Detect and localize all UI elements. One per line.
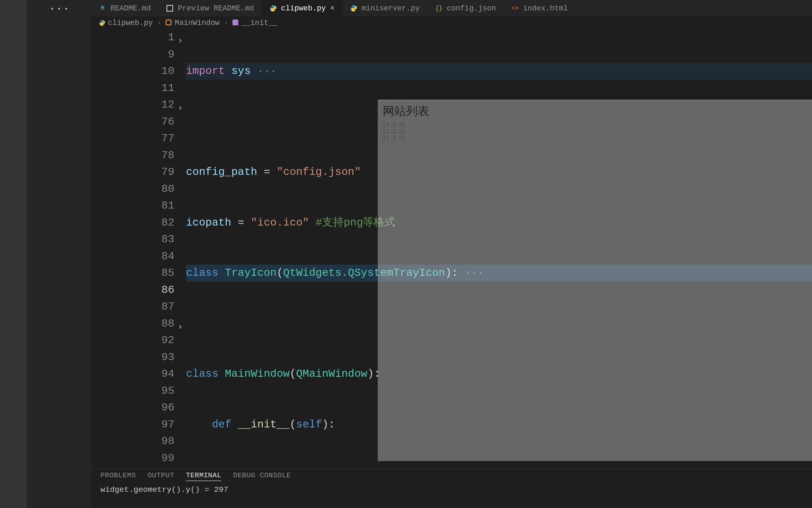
panel-tab-terminal[interactable]: TERMINAL — [186, 471, 222, 481]
line-number: 11 — [91, 80, 174, 97]
overlay-window[interactable]: 网站列表 [1,2,3] [1,2,3] [1,2,3] — [378, 100, 812, 461]
line-number: 79 — [91, 164, 174, 181]
line-number: 87 — [91, 298, 174, 315]
tab-clipweb[interactable]: clipweb.py × — [262, 0, 342, 17]
tab-bar: M README.md Preview README.md clipweb.py… — [91, 0, 812, 17]
line-number: 86 — [91, 282, 174, 299]
line-number: 94 — [91, 366, 174, 383]
breadcrumb-method[interactable]: __init__ — [232, 19, 277, 27]
line-number: 12 — [91, 96, 174, 113]
symbol-class-icon — [166, 20, 172, 26]
line-number: 97 — [91, 416, 174, 433]
python-icon — [350, 5, 357, 12]
tab-label: README.md — [110, 4, 151, 12]
bottom-panel: PROBLEMS OUTPUT TERMINAL DEBUG CONSOLE w… — [91, 469, 812, 508]
python-icon — [99, 20, 105, 26]
tab-label: clipweb.py — [281, 4, 326, 12]
tab-config-json[interactable]: {} config.json — [428, 0, 504, 17]
side-panel: ··· — [27, 0, 91, 508]
fold-icon[interactable]: › — [176, 319, 184, 336]
line-number: 99 — [91, 450, 174, 467]
line-number: 98 — [91, 433, 174, 450]
tab-label: miniserver.py — [362, 4, 420, 12]
panel-tab-debug-console[interactable]: DEBUG CONSOLE — [233, 471, 291, 481]
close-icon[interactable]: × — [330, 4, 335, 12]
markdown-icon: M — [99, 5, 106, 12]
json-icon: {} — [435, 5, 443, 12]
chevron-right-icon: › — [224, 19, 228, 27]
tab-readme[interactable]: M README.md — [91, 0, 159, 17]
html-icon: <> — [511, 5, 519, 12]
line-number: 81 — [91, 197, 174, 214]
tab-label: config.json — [447, 4, 496, 12]
line-number: 95 — [91, 383, 174, 400]
tab-index-html[interactable]: <> index.html — [504, 0, 576, 17]
activity-bar — [0, 0, 27, 508]
fold-icon[interactable]: › — [176, 100, 184, 117]
line-number: 93 — [91, 349, 174, 366]
menu-ellipsis-icon[interactable]: ··· — [27, 0, 91, 18]
line-number: 82 — [91, 214, 174, 231]
line-number: 76 — [91, 113, 174, 130]
chevron-right-icon: › — [157, 19, 161, 27]
python-icon — [269, 5, 277, 12]
line-number: 1 — [91, 29, 174, 46]
panel-tab-problems[interactable]: PROBLEMS — [100, 471, 136, 481]
tab-miniserver[interactable]: miniserver.py — [342, 0, 428, 17]
overlay-title: 网站列表 — [383, 103, 429, 119]
line-number: 88 — [91, 315, 174, 332]
fold-icon[interactable]: › — [176, 32, 184, 49]
terminal-output[interactable]: widget.geometry().y() = 297 — [91, 483, 812, 496]
line-number: 92 — [91, 332, 174, 349]
line-number: 10 — [91, 63, 174, 80]
line-number: 96 — [91, 399, 174, 416]
preview-icon — [166, 5, 174, 12]
line-number: 80 — [91, 181, 174, 198]
panel-tabs: PROBLEMS OUTPUT TERMINAL DEBUG CONSOLE — [91, 469, 812, 483]
breadcrumb[interactable]: clipweb.py › MainWindow › __init__ — [91, 17, 812, 29]
line-number: 85 — [91, 265, 174, 282]
panel-tab-output[interactable]: OUTPUT — [148, 471, 174, 481]
tab-label: Preview README.md — [178, 4, 254, 12]
line-number: 9 — [91, 46, 174, 63]
overlay-content: [1,2,3] [1,2,3] [1,2,3] — [383, 122, 406, 142]
line-number: 77 — [91, 130, 174, 147]
tab-label: index.html — [523, 4, 568, 12]
tab-preview-readme[interactable]: Preview README.md — [159, 0, 262, 17]
line-number: 78 — [91, 147, 174, 164]
symbol-method-icon — [232, 20, 239, 26]
line-number: 83 — [91, 231, 174, 248]
gutter: 1›9101112›76777879808182838485868788›929… — [91, 29, 186, 469]
breadcrumb-file[interactable]: clipweb.py — [99, 19, 153, 27]
breadcrumb-class[interactable]: MainWindow — [166, 19, 220, 27]
line-number: 84 — [91, 248, 174, 265]
